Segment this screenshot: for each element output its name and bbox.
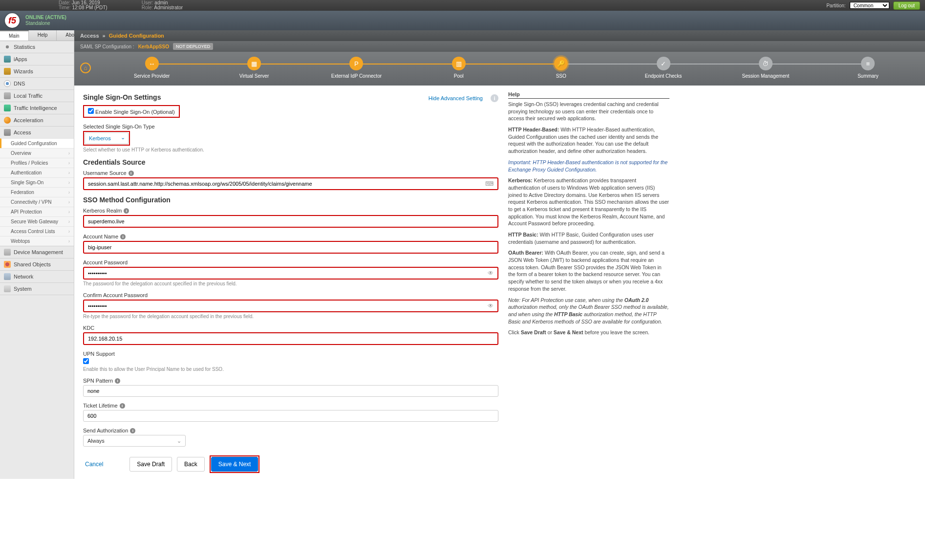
method-config-title: SSO Method Configuration xyxy=(83,196,498,204)
brand-bar: ONLINE (ACTIVE) Standalone xyxy=(0,11,925,30)
access-icon xyxy=(4,129,11,136)
subnav-connectivity[interactable]: Connectivity / VPN› xyxy=(0,197,74,207)
step-session-mgmt[interactable]: ⏱ Session Management xyxy=(714,57,817,79)
upn-support-checkbox[interactable] xyxy=(83,358,89,364)
info-icon[interactable]: i xyxy=(130,428,135,433)
back-button[interactable]: Back xyxy=(177,457,205,472)
nav-acceleration[interactable]: Acceleration xyxy=(0,114,74,126)
config-subheader: SAML SP Configuration : KerbAppSSO NOT D… xyxy=(74,41,925,52)
role-label: Role: xyxy=(142,5,153,10)
subnav-federation[interactable]: Federation› xyxy=(0,187,74,197)
eye-icon[interactable]: 👁 xyxy=(488,302,494,309)
kerberos-realm-input[interactable] xyxy=(83,215,498,228)
tab-help[interactable]: Help xyxy=(29,30,57,41)
chevron-right-icon: › xyxy=(68,180,70,185)
nav-device-mgmt[interactable]: Device Management xyxy=(0,246,74,258)
breadcrumb-root[interactable]: Access xyxy=(80,33,99,39)
account-name-input[interactable] xyxy=(83,241,498,254)
confirm-password-input[interactable] xyxy=(83,300,498,312)
eye-icon[interactable]: 👁 xyxy=(488,270,494,277)
nav-iapps[interactable]: iApps xyxy=(0,53,74,65)
nav-system[interactable]: System xyxy=(0,283,74,295)
cancel-button[interactable]: Cancel xyxy=(83,458,105,471)
device-icon xyxy=(4,249,11,256)
subnav-profiles[interactable]: Profiles / Policies› xyxy=(0,158,74,168)
save-draft-button[interactable]: Save Draft xyxy=(129,457,172,472)
nav-shared-objects[interactable]: Shared Objects xyxy=(0,258,74,270)
workflow-stepper: ↔ Service Provider ▦ Virtual Server P Ex… xyxy=(74,52,925,86)
wizards-icon xyxy=(4,68,11,75)
nav-network[interactable]: Network xyxy=(0,271,74,282)
subnav-overview[interactable]: Overview› xyxy=(0,148,74,158)
config-prefix: SAML SP Configuration : xyxy=(80,44,134,49)
credentials-title: Credentials Source xyxy=(83,158,498,166)
ticket-lifetime-input[interactable] xyxy=(83,410,498,422)
help-title: Help xyxy=(508,91,669,99)
chevron-right-icon: › xyxy=(68,219,70,224)
help-panel: Help Single Sign-On (SSO) leverages cred… xyxy=(508,91,669,473)
account-password-input[interactable] xyxy=(83,267,498,280)
account-password-label: Account Password xyxy=(83,259,128,265)
dns-icon xyxy=(4,80,11,87)
subnav-swg[interactable]: Secure Web Gateway› xyxy=(0,216,74,226)
info-icon[interactable]: i xyxy=(120,234,126,239)
tab-main[interactable]: Main xyxy=(0,30,29,41)
time-value: 12:08 PM (PDT) xyxy=(72,5,107,10)
enable-sso-checkbox[interactable] xyxy=(88,108,94,114)
hide-advanced-link[interactable]: Hide Advanced Setting xyxy=(429,95,483,101)
chevron-right-icon: › xyxy=(68,199,70,205)
chevron-right-icon: › xyxy=(68,151,70,156)
partition-select[interactable]: Common xyxy=(850,2,889,9)
upn-support-hint: Enable this to allow the User Principal … xyxy=(83,366,498,372)
nav-wizards[interactable]: Wizards xyxy=(0,65,74,77)
nav-local-traffic[interactable]: Local Traffic xyxy=(0,90,74,102)
send-auth-select[interactable]: Always xyxy=(83,435,186,447)
partition-label: Partition: xyxy=(826,3,845,8)
step-pool[interactable]: ▥ Pool xyxy=(408,57,510,79)
connector-icon: P xyxy=(349,57,363,70)
subnav-acl[interactable]: Access Control Lists› xyxy=(0,226,74,236)
server-icon: ▦ xyxy=(247,57,261,70)
key-icon: 🔑 xyxy=(554,57,568,70)
info-icon[interactable]: i xyxy=(124,208,129,214)
nav-traffic-intel[interactable]: Traffic Intelligence xyxy=(0,102,74,114)
kdc-input[interactable] xyxy=(83,332,498,345)
step-idp-connector[interactable]: P External IdP Connector xyxy=(305,57,408,79)
breadcrumb-sep: » xyxy=(103,33,106,39)
keyboard-icon[interactable]: ⌨ xyxy=(485,180,494,187)
spn-pattern-input[interactable] xyxy=(83,385,498,397)
deploy-badge: NOT DEPLOYED xyxy=(173,43,213,50)
spn-pattern-label: SPN Pattern xyxy=(83,378,113,384)
f5-logo-icon xyxy=(5,13,20,28)
subnav-webtops[interactable]: Webtops› xyxy=(0,236,74,246)
system-icon xyxy=(4,285,11,292)
nav-access[interactable]: Access xyxy=(0,127,74,138)
subnav-sso[interactable]: Single Sign-On› xyxy=(0,177,74,187)
top-system-bar: Date: Jun 16, 2019 Time: 12:08 PM (PDT) … xyxy=(0,0,925,11)
stepper-home-icon[interactable] xyxy=(80,63,91,73)
kerberos-realm-label: Kerberos Realm xyxy=(83,208,122,214)
nav-statistics[interactable]: Statistics xyxy=(0,41,74,53)
left-nav: Main Help About Statistics iApps Wizards… xyxy=(0,30,74,479)
subnav-guided-config[interactable]: Guided Configuration xyxy=(0,138,74,148)
subnav-authentication[interactable]: Authentication› xyxy=(0,168,74,177)
username-source-input[interactable] xyxy=(83,177,498,190)
sso-type-select[interactable]: Kerberos xyxy=(85,132,129,144)
sso-settings-title: Single Sign-On Settings xyxy=(83,93,161,101)
info-icon[interactable]: i xyxy=(129,171,134,176)
step-sso[interactable]: 🔑 SSO xyxy=(510,57,612,79)
info-icon[interactable]: i xyxy=(491,94,498,102)
logout-button[interactable]: Log out xyxy=(893,1,920,10)
nav-dns[interactable]: DNS xyxy=(0,78,74,89)
pool-icon: ▥ xyxy=(452,57,466,70)
save-next-button[interactable]: Save & Next xyxy=(211,457,258,472)
info-icon[interactable]: i xyxy=(120,403,125,409)
info-icon[interactable]: i xyxy=(115,378,120,384)
step-virtual-server[interactable]: ▦ Virtual Server xyxy=(203,57,305,79)
chevron-right-icon: › xyxy=(68,229,70,234)
step-endpoint-checks[interactable]: ✓ Endpoint Checks xyxy=(612,57,714,79)
enable-sso-label[interactable]: Enable Single Sign-On (Optional) xyxy=(88,109,175,115)
step-summary[interactable]: ≡ Summary xyxy=(817,57,919,79)
subnav-api-protection[interactable]: API Protection› xyxy=(0,207,74,216)
step-service-provider[interactable]: ↔ Service Provider xyxy=(101,57,203,79)
